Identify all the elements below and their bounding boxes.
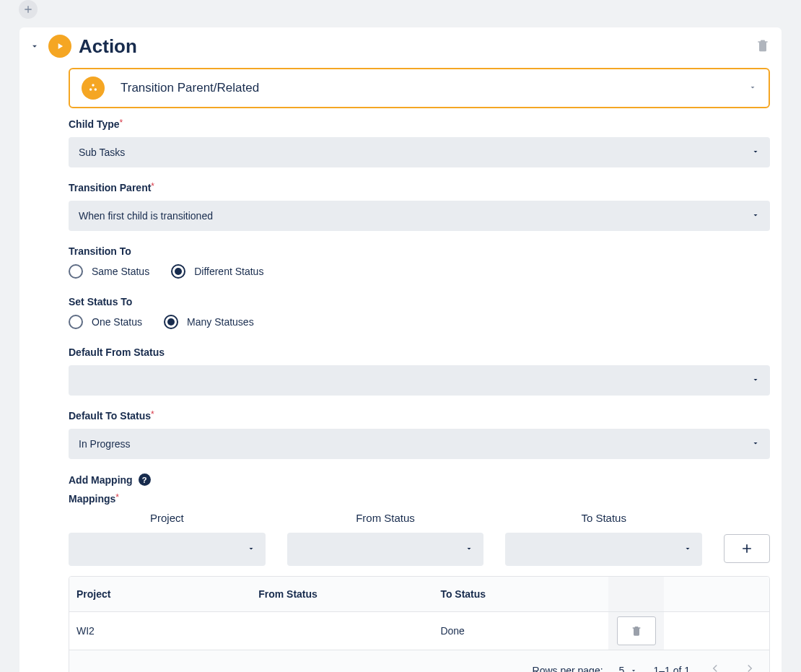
radio-icon	[164, 315, 178, 329]
chevron-down-icon	[751, 438, 760, 450]
new-mapping-from-select[interactable]	[287, 533, 484, 566]
default-from-status-label: Default From Status	[69, 346, 770, 358]
table-header-to: To Status	[433, 577, 608, 611]
mappings-label: Mappings*	[69, 493, 770, 505]
mapping-col-from: From Status	[356, 512, 415, 524]
transition-to-label: Transition To	[69, 245, 770, 257]
pager-next[interactable]	[740, 659, 759, 672]
rows-per-page-select[interactable]: 5	[619, 665, 638, 673]
add-mapping-button[interactable]	[724, 534, 770, 563]
chevron-down-icon	[751, 210, 760, 222]
transition-parent-select[interactable]: When first child is transitioned	[69, 201, 770, 231]
table-header-from: From Status	[251, 577, 433, 611]
add-step-button[interactable]	[19, 0, 38, 19]
radio-many-statuses[interactable]: Many Statuses	[164, 315, 254, 329]
radio-icon	[171, 264, 185, 279]
default-to-status-label: Default To Status*	[69, 410, 770, 422]
new-mapping-project-select[interactable]	[69, 533, 266, 566]
add-mapping-heading: Add Mapping ?	[69, 474, 770, 486]
pager-range: 1–1 of 1	[653, 665, 690, 673]
chevron-down-icon	[247, 544, 255, 555]
action-card: Action Transition Parent/Related Child	[19, 27, 782, 672]
set-status-to-radios: One Status Many Statuses	[69, 315, 770, 329]
chevron-down-icon	[465, 544, 473, 555]
child-type-select[interactable]: Sub Tasks	[69, 137, 770, 167]
action-type-label: Transition Parent/Related	[121, 81, 259, 95]
radio-same-status[interactable]: Same Status	[69, 264, 149, 279]
rows-per-page-label: Rows per page:	[533, 665, 603, 673]
table-header-spacer	[664, 577, 769, 611]
svg-point-2	[95, 88, 97, 90]
radio-icon	[69, 315, 83, 329]
default-to-status-select[interactable]: In Progress	[69, 429, 770, 459]
help-icon[interactable]: ?	[139, 474, 151, 486]
table-header-project: Project	[69, 577, 251, 611]
table-row: WI2 Done	[69, 612, 769, 650]
action-type-icon	[82, 77, 105, 100]
mapping-col-to: To Status	[581, 512, 626, 524]
radio-different-status[interactable]: Different Status	[171, 264, 263, 279]
pager-prev[interactable]	[706, 659, 725, 672]
set-status-to-label: Set Status To	[69, 296, 770, 307]
action-icon	[48, 35, 71, 58]
mapping-col-project: Project	[150, 512, 184, 524]
svg-point-0	[92, 84, 94, 86]
transition-to-radios: Same Status Different Status	[69, 264, 770, 279]
chevron-down-icon	[683, 544, 692, 555]
chevron-down-icon	[751, 147, 760, 158]
collapse-toggle[interactable]	[28, 40, 41, 53]
cell-from	[251, 619, 433, 642]
table-header-actions	[608, 577, 665, 611]
radio-one-status[interactable]: One Status	[69, 315, 142, 329]
action-type-select[interactable]: Transition Parent/Related	[69, 68, 770, 108]
card-title: Action	[79, 35, 137, 58]
default-from-status-select[interactable]	[69, 365, 770, 396]
cell-project: WI2	[69, 614, 251, 648]
radio-icon	[69, 264, 83, 279]
chevron-down-icon	[748, 82, 757, 94]
delete-mapping-button[interactable]	[617, 616, 656, 645]
svg-point-1	[89, 88, 92, 90]
delete-action-button[interactable]	[753, 35, 773, 58]
transition-parent-label: Transition Parent*	[69, 182, 770, 193]
mappings-table: Project From Status To Status WI2 Done	[69, 576, 770, 672]
child-type-label: Child Type*	[69, 118, 770, 130]
cell-to: Done	[433, 614, 608, 648]
chevron-down-icon	[751, 375, 760, 386]
new-mapping-to-select[interactable]	[505, 533, 702, 566]
